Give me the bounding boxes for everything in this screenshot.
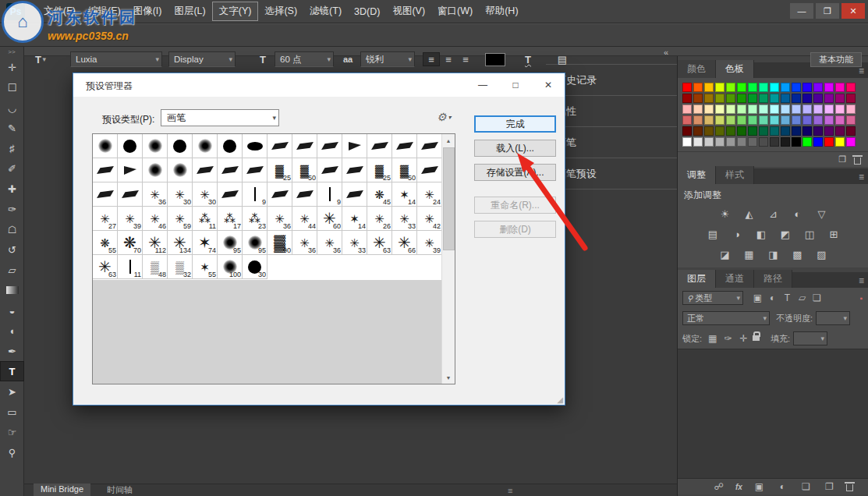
color-swatch[interactable] [792, 126, 801, 136]
brush-preset[interactable] [218, 134, 243, 158]
posterize-icon[interactable]: ▦ [740, 247, 759, 262]
color-swatch[interactable] [759, 105, 768, 114]
brush-preset[interactable]: ✳39 [417, 231, 442, 255]
brush-preset[interactable]: 95 [218, 231, 243, 255]
color-swatch[interactable] [726, 126, 735, 136]
color-swatch[interactable] [770, 105, 779, 114]
bottom-tab-2[interactable]: 时间轴 [100, 484, 140, 496]
color-swatch[interactable] [846, 83, 856, 92]
brush-preset[interactable]: ▒32 [168, 255, 193, 279]
brush-preset[interactable] [267, 134, 292, 158]
brush-preset[interactable]: ✳66 [392, 231, 417, 255]
font-style-select[interactable]: Display [168, 51, 236, 67]
color-swatch[interactable] [835, 126, 845, 136]
brush-preset[interactable]: ✳36 [317, 231, 342, 255]
filter-shape-layers-icon[interactable]: ▱ [795, 292, 809, 304]
color-swatch[interactable] [704, 137, 714, 147]
dodge-tool[interactable]: ◖ [0, 321, 24, 341]
color-swatch[interactable] [802, 115, 812, 125]
toggle-panels-icon[interactable]: ▤ [554, 51, 571, 67]
brush-preset[interactable]: 30 [243, 255, 267, 279]
color-swatch[interactable] [715, 83, 725, 92]
color-swatch[interactable] [770, 83, 779, 92]
menu-item-7[interactable]: 滤镜(T) [303, 2, 348, 20]
layer-style-icon[interactable]: fx [735, 483, 742, 491]
brush-preset[interactable]: ▓90 [267, 231, 292, 255]
adjustments-tab-2[interactable]: 样式 [716, 166, 754, 184]
rectangle-tool[interactable]: ▭ [0, 402, 24, 422]
color-swatch[interactable] [781, 105, 790, 114]
threshold-icon[interactable]: ◨ [764, 247, 783, 262]
brush-preset[interactable]: ✳63 [93, 255, 118, 279]
color-swatch[interactable] [835, 94, 845, 103]
menu-item-9[interactable]: 视图(V) [386, 2, 431, 20]
color-swatch[interactable] [781, 83, 790, 92]
color-swatch[interactable] [759, 94, 768, 103]
brush-preset[interactable]: ✳33 [392, 207, 417, 231]
color-swatch[interactable] [748, 94, 757, 103]
menu-item-8[interactable]: 3D(D) [348, 4, 386, 19]
brush-preset[interactable] [292, 134, 317, 158]
color-swatch[interactable] [835, 115, 845, 125]
color-swatch[interactable] [704, 115, 714, 125]
panel-menu-icon[interactable] [508, 486, 512, 495]
crop-tool[interactable]: ♯ [0, 138, 24, 158]
brush-preset[interactable]: ✳42 [417, 207, 442, 231]
color-swatch[interactable] [737, 126, 746, 136]
collapse-panels-icon[interactable] [664, 48, 668, 57]
color-swatch[interactable] [813, 105, 823, 114]
close-button[interactable]: ✕ [841, 3, 865, 19]
swatches-tab-1[interactable]: 颜色 [678, 60, 716, 78]
brush-preset[interactable]: 100 [218, 255, 243, 279]
color-swatch[interactable] [802, 137, 812, 147]
brush-preset[interactable]: ✳26 [367, 207, 392, 231]
save-set-button[interactable]: 存储设置(A)... [474, 164, 556, 181]
scroll-up-icon[interactable]: ▲ [442, 134, 455, 147]
color-swatch[interactable] [802, 126, 812, 136]
layers-tab-1[interactable]: 图层 [678, 270, 716, 288]
panel-menu-icon[interactable] [859, 66, 864, 76]
lock-all-icon[interactable] [753, 335, 760, 341]
maximize-button[interactable]: ❐ [816, 3, 839, 19]
zoom-tool[interactable]: ⚲ [0, 442, 24, 462]
brush-preset[interactable]: ⁂17 [218, 207, 243, 231]
bottom-tab-1[interactable]: Mini Bridge [34, 484, 90, 496]
add-layer-mask-icon[interactable]: ▣ [753, 480, 766, 493]
brush-preset[interactable]: ▓50 [292, 158, 317, 182]
lock-position-icon[interactable]: ✛ [737, 332, 750, 345]
path-selection-tool[interactable]: ➤ [0, 381, 24, 402]
move-tool[interactable]: ✛ [0, 57, 24, 77]
brush-preset[interactable]: ✳60 [317, 207, 342, 231]
color-swatch[interactable] [693, 126, 703, 136]
color-swatch[interactable] [802, 83, 812, 92]
color-swatch[interactable] [748, 115, 757, 125]
levels-icon[interactable]: ◭ [740, 207, 759, 221]
swatches-tab-2[interactable]: 色板 [716, 60, 754, 78]
color-swatch[interactable] [726, 94, 735, 103]
menu-item-11[interactable]: 帮助(H) [479, 2, 524, 20]
color-swatch[interactable] [726, 115, 735, 125]
brush-preset[interactable] [218, 182, 243, 207]
color-swatch[interactable] [835, 83, 845, 92]
brush-preset[interactable]: ✳46 [143, 207, 168, 231]
brush-preset[interactable]: 95 [243, 231, 267, 255]
gradient-tool[interactable] [0, 280, 24, 300]
done-button[interactable]: 完成 [474, 115, 556, 133]
fill-select[interactable] [793, 331, 827, 345]
brush-preset[interactable] [118, 158, 143, 182]
color-swatch[interactable] [781, 126, 790, 136]
brush-preset[interactable] [417, 158, 442, 182]
brush-preset[interactable]: ⁂11 [193, 207, 218, 231]
brush-preset[interactable]: ❋70 [118, 231, 143, 255]
brush-preset[interactable]: ✳27 [93, 207, 118, 231]
dialog-minimize-button[interactable]: — [466, 73, 499, 96]
color-swatch[interactable] [726, 137, 735, 147]
color-swatch[interactable] [737, 94, 746, 103]
blend-mode-select[interactable]: 正常 [682, 311, 770, 325]
channel-mixer-icon[interactable]: ◫ [800, 227, 819, 242]
color-swatch[interactable] [726, 83, 735, 92]
brush-preset[interactable]: ✳63 [367, 231, 392, 255]
color-swatch[interactable] [824, 105, 834, 114]
brush-preset[interactable] [243, 134, 267, 158]
color-swatch[interactable] [682, 94, 692, 103]
